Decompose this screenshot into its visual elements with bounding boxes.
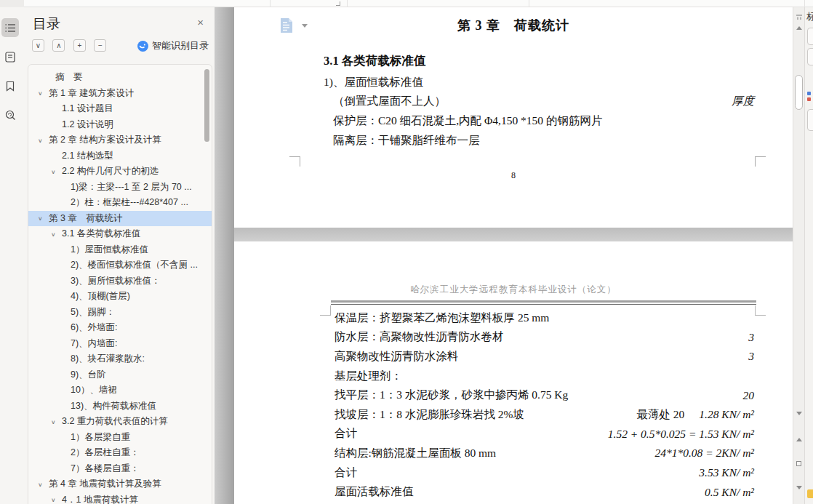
chevron-down-icon[interactable]: ∨ <box>38 215 49 222</box>
toc-item[interactable]: ∨6)、外墙面: <box>28 320 212 336</box>
fit-width-icon[interactable] <box>796 11 803 24</box>
toc-item[interactable]: ∨1）屋面恒载标准值 <box>28 242 212 258</box>
toc-item[interactable]: ∨1.1 设计题目 <box>28 101 212 117</box>
chevron-down-icon[interactable]: ∨ <box>51 231 62 238</box>
smart-toc-label: 智能识别目录 <box>152 39 209 52</box>
toc-item[interactable]: ∨2）各层柱自重： <box>28 445 212 461</box>
collapse-all-button[interactable]: ∨ <box>32 39 44 52</box>
doc-line: 隔离层：干铺聚脂纤维布一层 <box>324 131 754 151</box>
pdf-page-8[interactable]: 第 3 章 荷载统计 3.1 各类荷载标准值 1)、屋面恒载标准值（倒置式屋面不… <box>234 7 793 228</box>
clipped-label: 标 <box>806 10 813 23</box>
close-icon[interactable]: × <box>197 16 204 28</box>
previous-page-icon[interactable] <box>796 438 802 441</box>
doc-line-text: 合计 <box>335 426 357 441</box>
scrollbar-thumb[interactable] <box>795 75 803 110</box>
toc-item-label: 9)、台阶 <box>71 369 106 381</box>
chevron-down-icon[interactable]: ∨ <box>51 169 62 175</box>
toc-item[interactable]: ∨2.2 构件几何尺寸的初选 <box>28 164 212 180</box>
document-canvas[interactable]: 第 3 章 荷载统计 3.1 各类荷载标准值 1)、屋面恒载标准值（倒置式屋面不… <box>215 7 793 504</box>
toc-item[interactable]: ∨3)、厕所恒载标准值： <box>28 273 212 289</box>
toc-item[interactable]: ∨第 1 章 建筑方案设计 <box>28 86 212 102</box>
expand-all-button[interactable]: ∧ <box>52 39 65 52</box>
clipped-highlighter-icon[interactable] <box>807 489 813 498</box>
toc-item[interactable]: ∨9)、台阶 <box>28 367 212 383</box>
doc-line: 高聚物改性沥青防水涂料3 <box>335 347 754 367</box>
toc-item[interactable]: ∨第 2 章 结构方案设计及计算 <box>28 132 212 148</box>
doc-line: 防水层：高聚物改性沥青防水卷材3 <box>335 328 754 348</box>
doc-line-middle-value: 最薄处 20 <box>636 407 684 423</box>
pdf-page-9[interactable]: 哈尔滨工业大学远程教育本科毕业设计（论文） 保温层：挤塑聚苯乙烯泡沫塑料板厚 2… <box>234 241 793 504</box>
toc-item-label: 7）各楼层自重： <box>71 463 139 475</box>
page-gap <box>234 228 793 241</box>
next-page-icon[interactable] <box>796 486 802 489</box>
toc-item[interactable]: ∨1.2 设计说明 <box>28 117 212 133</box>
smart-toc-button[interactable]: 智能识别目录 <box>137 39 209 52</box>
toc-item[interactable]: ∨3.1 各类荷载标准值 <box>28 226 212 242</box>
toc-item[interactable]: ∨第 4 章 地震荷载计算及验算 <box>28 476 212 492</box>
chevron-down-icon[interactable]: ∨ <box>38 90 49 97</box>
scroll-up-icon[interactable] <box>796 26 802 30</box>
doc-line: 合计1.52 + 0.5*0.025 = 1.53 KN/ m² <box>335 425 754 444</box>
vertical-scrollbar[interactable] <box>793 7 804 504</box>
doc-line-text: 基层处理剂： <box>335 369 402 384</box>
expand-node-button[interactable]: + <box>73 39 86 52</box>
doc-line-text: 隔离层：干铺聚脂纤维布一层 <box>324 133 480 148</box>
toc-item[interactable]: ∨1）各层梁自重 <box>28 430 212 446</box>
scroll-down-icon[interactable] <box>796 412 802 415</box>
toc-item[interactable]: ∨3.2 重力荷载代表值的计算 <box>28 414 212 430</box>
toc-item[interactable]: ∨4)、顶棚(首层) <box>28 289 212 305</box>
doc-line-value: 3 <box>748 350 754 363</box>
clipped-tool-button[interactable] <box>807 48 813 65</box>
toc-item[interactable]: ∨13)、构件荷载标准值 <box>28 399 212 415</box>
toc-item-label: 1）屋面恒载标准值 <box>71 244 148 256</box>
clipped-tool-button[interactable] <box>807 28 813 45</box>
doc-line-value: 20 <box>743 389 755 402</box>
chevron-down-icon[interactable]: ∨ <box>51 497 62 503</box>
toc-toolbar: ∨ ∧ + − 智能识别目录 <box>32 39 209 54</box>
toc-item-label: 第 1 章 建筑方案设计 <box>49 87 134 100</box>
page2-body: 保温层：挤塑聚苯乙烯泡沫塑料板厚 25 mm防水层：高聚物改性沥青防水卷材3高聚… <box>335 308 754 502</box>
toc-item-label: 1）各层梁自重 <box>71 431 130 444</box>
toc-scrollbar-thumb[interactable] <box>204 69 209 142</box>
toc-item[interactable]: ∨第 3 章 荷载统计 <box>28 211 212 227</box>
toc-item[interactable]: ∨2.1 结构选型 <box>28 148 212 164</box>
chevron-down-icon[interactable]: ∨ <box>38 137 49 144</box>
note-page-icon <box>5 52 15 63</box>
toc-item[interactable]: ∨2)、楼面恒载标准值（不含厕 ... <box>28 257 212 273</box>
doc-line-text: 防水层：高聚物改性沥青防水卷材 <box>335 329 504 345</box>
chevron-down-icon[interactable]: ∨ <box>38 481 49 488</box>
toc-item-label: 2）各层柱自重： <box>71 447 139 459</box>
collapse-node-button[interactable]: − <box>94 39 106 52</box>
doc-line-value: 1.28 KN/ m² <box>699 408 754 421</box>
toolbar-divider <box>529 0 529 7</box>
toc-item[interactable]: ∨10）、墙裙 <box>28 383 212 399</box>
pdf-reader-window: 目录 × ∨ ∧ + − 智能识别目录 ∨摘 要∨第 1 章 建筑方案设计∨1.… <box>0 0 813 504</box>
toc-item[interactable]: ∨7）各楼层自重： <box>28 461 212 477</box>
toc-item[interactable]: ∨5)、踢脚： <box>28 305 212 321</box>
toc-item[interactable]: ∨1)梁：主梁---1 至 2 层为 70 ... <box>28 180 212 196</box>
toc-item[interactable]: ∨7)、内墙面: <box>28 336 212 352</box>
toc-item-label: 2.2 构件几何尺寸的初选 <box>62 165 159 177</box>
toc-item-label: 1.1 设计题目 <box>62 103 113 115</box>
toc-item[interactable]: ∨4．1 地震荷载计算 <box>28 492 212 504</box>
search-panel-button[interactable] <box>1 105 19 124</box>
toc-item[interactable]: ∨8)、块石灌浆散水: <box>28 351 212 367</box>
page-indicator-box[interactable] <box>796 461 801 466</box>
bookmarks-panel-button[interactable] <box>1 76 19 95</box>
left-rail <box>0 7 20 504</box>
toc-panel-button[interactable] <box>1 18 19 37</box>
right-panel-edge: 标 <box>804 7 813 504</box>
clipped-tool-button[interactable] <box>807 109 813 131</box>
toc-item-label: 第 2 章 结构方案设计及计算 <box>49 134 161 146</box>
doc-line-text: 结构层:钢筋混凝土屋面板 80 mm <box>335 446 496 461</box>
annotations-panel-button[interactable] <box>1 47 19 66</box>
doc-line: 保温层：挤塑聚苯乙烯泡沫塑料板厚 25 mm <box>335 308 754 328</box>
chevron-down-icon[interactable]: ∨ <box>51 419 62 425</box>
section-heading: 3.1 各类荷载标准值 <box>324 53 425 69</box>
toc-item-label: 2)、楼面恒载标准值（不含厕 ... <box>71 259 198 271</box>
doc-line-text: 保温层：挤塑聚苯乙烯泡沫塑料板厚 25 mm <box>335 311 549 326</box>
toc-item[interactable]: ∨摘 要 <box>28 70 212 86</box>
doc-line: 1)、屋面恒载标准值 <box>324 73 754 92</box>
toc-item[interactable]: ∨2）柱：框架柱---#428*407 ... <box>28 195 212 211</box>
clipped-color-icon <box>807 97 811 101</box>
